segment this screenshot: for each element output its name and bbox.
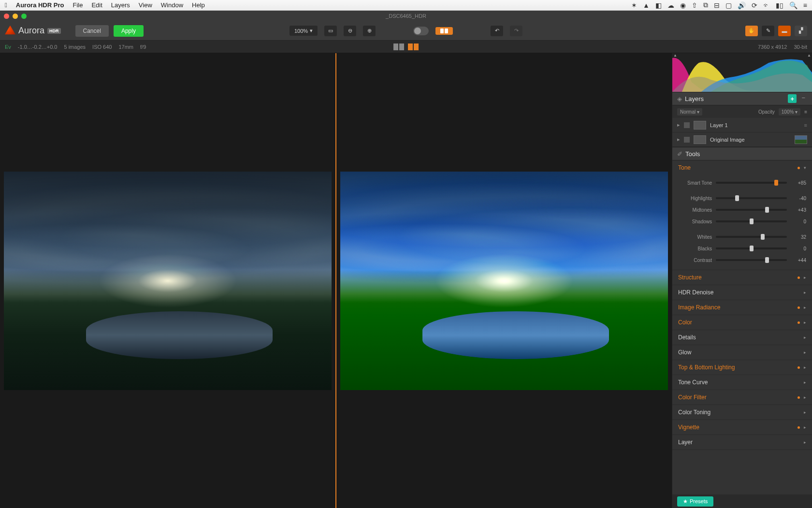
menu-layers[interactable]: Layers [111,1,130,9]
status-icon[interactable]: ▲ [643,1,650,9]
histogram-toggle-icon[interactable]: ▞ [795,26,807,36]
fit-screen-icon[interactable]: ▭ [324,26,337,36]
expand-icon[interactable]: ▸ [804,290,806,295]
minimize-button[interactable] [13,14,18,19]
brush-tool-icon[interactable]: ✎ [762,26,774,36]
view-mode-single[interactable] [393,44,405,50]
expand-icon[interactable]: ▸ [804,380,806,385]
layer-row[interactable]: ▸ Layer 1 ≡ [672,118,812,132]
slider-thumb[interactable] [735,195,739,201]
layer-menu-icon[interactable]: ≡ [804,109,807,115]
dropbox-icon[interactable]: ⧉ [703,1,708,9]
slider-track[interactable] [716,236,787,238]
expand-icon[interactable]: ▸ [804,410,806,415]
view-mode-split[interactable] [407,44,419,50]
tool-section-header[interactable]: Color Filter▸ [672,390,812,405]
expand-icon[interactable]: ▸ [804,365,806,370]
tone-header[interactable]: Tone ▾ [672,160,812,175]
slider-thumb[interactable] [774,180,778,186]
tool-section-header[interactable]: Top & Bottom Lighting▸ [672,360,812,375]
slider-track[interactable] [716,209,787,211]
expand-icon[interactable]: ▸ [804,395,806,400]
preview-toggle[interactable] [413,27,429,35]
status-icon[interactable]: ✶ [631,1,637,9]
menu-help[interactable]: Help [192,1,205,9]
layer-chevron-icon[interactable]: ▸ [677,122,680,128]
collapse-icon[interactable]: ▾ [804,165,806,170]
layer-visibility-icon[interactable] [684,137,690,143]
slider-track[interactable] [716,182,787,184]
maximize-button[interactable] [21,14,27,19]
layer-chevron-icon[interactable]: ▸ [677,136,680,143]
expand-icon[interactable]: ▸ [804,440,806,445]
slider-track[interactable] [716,247,787,249]
tool-section-header[interactable]: Glow▸ [672,345,812,360]
cancel-button[interactable]: Cancel [75,25,109,37]
menu-window[interactable]: Window [161,1,183,9]
apply-button[interactable]: Apply [114,25,144,37]
zoom-out-icon[interactable]: ⊖ [344,26,356,36]
blend-mode-dropdown[interactable]: Normal ▾ [677,108,702,116]
tool-section-header[interactable]: Tone Curve▸ [672,375,812,390]
menu-edit[interactable]: Edit [91,1,102,9]
wifi-icon[interactable]: ᯤ [763,1,770,9]
redo-icon[interactable]: ↷ [510,26,522,36]
status-icon[interactable]: ⟳ [752,1,757,9]
expand-icon[interactable]: ▸ [804,425,806,430]
expand-icon[interactable]: ▸ [804,335,806,340]
expand-icon[interactable]: ▸ [804,305,806,310]
slider-thumb[interactable] [750,246,754,251]
layer-options-icon[interactable]: ≡ [804,122,807,128]
app-name[interactable]: Aurora HDR Pro [16,1,64,9]
gradient-tool-icon[interactable]: ▬ [778,26,791,36]
spotlight-icon[interactable]: 🔍 [789,1,798,9]
zoom-level[interactable]: 100% ▾ [290,26,318,36]
volume-icon[interactable]: 🔊 [738,1,746,9]
expand-icon[interactable]: ▸ [804,320,806,325]
slider-track[interactable] [716,220,787,222]
layers-header[interactable]: ◈ Layers + − [672,92,812,105]
status-icon[interactable]: ◧ [655,1,662,9]
status-icon[interactable]: ◉ [680,1,686,9]
before-pane[interactable] [0,53,335,508]
zoom-in-icon[interactable]: ⊕ [363,26,376,36]
histogram[interactable]: ▲ ▲ [672,53,812,92]
slider-track[interactable] [716,197,787,199]
tool-section-header[interactable]: Color▸ [672,315,812,330]
status-icon[interactable]: ☁ [667,1,674,9]
add-layer-button[interactable]: + [788,94,797,103]
tool-section-header[interactable]: Details▸ [672,330,812,345]
battery-icon[interactable]: ▮▯ [776,1,783,9]
tool-section-header[interactable]: Layer▸ [672,435,812,450]
tool-section-header[interactable]: Color Toning▸ [672,405,812,420]
after-pane[interactable] [336,53,672,508]
close-button[interactable] [4,14,9,19]
layer-row[interactable]: ▸ Original Image [672,132,812,147]
slider-thumb[interactable] [765,207,769,213]
slider-thumb[interactable] [765,257,769,263]
slider-thumb[interactable] [750,218,754,224]
apple-icon[interactable]:  [5,1,7,9]
tool-section-header[interactable]: Structure▸ [672,270,812,285]
expand-icon[interactable]: ▸ [804,275,806,280]
status-icon[interactable]: ⊟ [714,1,720,9]
tool-section-header[interactable]: Vignette▸ [672,420,812,435]
hand-tool-icon[interactable]: ✋ [745,26,758,36]
airplay-icon[interactable]: ▢ [725,1,732,9]
compare-mode-button[interactable] [435,27,453,35]
opacity-dropdown[interactable]: 100% ▾ [779,108,800,116]
tool-section-header[interactable]: Image Radiance▸ [672,300,812,315]
menu-file[interactable]: File [72,1,83,9]
expand-icon[interactable]: ▸ [804,350,806,355]
presets-button[interactable]: ★ Presets [677,496,713,507]
layer-visibility-icon[interactable] [684,122,690,128]
tools-header[interactable]: ✐ Tools [672,147,812,160]
menu-view[interactable]: View [139,1,152,9]
undo-icon[interactable]: ↶ [491,26,503,36]
menu-icon[interactable]: ≡ [803,1,807,9]
remove-layer-button[interactable]: − [799,94,807,103]
tool-section-header[interactable]: HDR Denoise▸ [672,285,812,300]
slider-track[interactable] [716,259,787,261]
slider-thumb[interactable] [761,234,765,240]
status-icon[interactable]: ⇧ [692,1,697,9]
